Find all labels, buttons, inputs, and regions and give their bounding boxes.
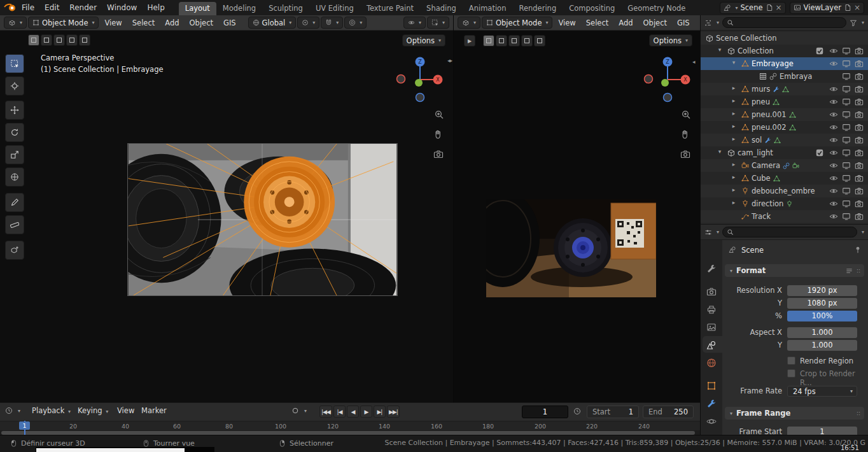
menu-playback[interactable]: Playback ▾ (32, 406, 71, 415)
disclosure-icon[interactable]: ▾ (730, 59, 738, 66)
timeline-editor-clock-icon[interactable] (5, 407, 13, 414)
proportional-editing-select[interactable]: ▾ (344, 17, 367, 29)
checkbox-icon[interactable] (815, 148, 824, 157)
output-tab-printer-icon[interactable] (706, 304, 717, 314)
tool-tab-wrench-icon[interactable] (706, 264, 717, 274)
playback-sync-button[interactable]: ▶ (464, 35, 475, 46)
eye-icon[interactable] (829, 199, 838, 208)
mode-select[interactable]: Object Mode▾ (28, 17, 99, 29)
tool-rotate-button[interactable] (5, 123, 24, 142)
prev-keyframe-button[interactable]: |◀ (333, 406, 346, 418)
select-mode-new-button[interactable] (28, 34, 39, 46)
sidebar-collapse-arrow-icon[interactable]: ◂ (692, 59, 695, 65)
resolution-percent-slider[interactable]: 100% (787, 311, 857, 321)
menu-add[interactable]: Add (160, 18, 183, 27)
menu-view[interactable]: View (100, 18, 126, 27)
tab-shading[interactable]: Shading (420, 2, 463, 15)
screen-icon[interactable] (842, 123, 851, 132)
pan-hand-icon[interactable] (680, 129, 690, 139)
eye-icon[interactable] (829, 110, 838, 119)
menu-object[interactable]: Object (185, 18, 218, 27)
screen-icon[interactable] (842, 212, 851, 221)
tool-annotate-button[interactable] (5, 193, 24, 212)
disclosure-icon[interactable]: ▸ (730, 187, 738, 193)
screen-icon[interactable] (842, 161, 851, 170)
select-mode-subtract-button[interactable] (508, 35, 520, 46)
menu-marker[interactable]: Marker (141, 406, 167, 415)
zoom-icon[interactable] (681, 109, 691, 120)
next-keyframe-button[interactable]: ▶| (374, 406, 386, 418)
navigation-gizmo[interactable]: Z X (396, 55, 444, 104)
tool-move-button[interactable] (5, 101, 24, 120)
properties-editor-icon[interactable] (704, 229, 712, 236)
outliner-row-sol[interactable]: ▸ sol (701, 134, 868, 146)
auto-keying-icon[interactable] (291, 407, 299, 414)
screen-icon[interactable] (842, 72, 851, 81)
physics-tab-orbit-icon[interactable] (706, 416, 717, 427)
use-preview-range-clock-icon[interactable] (573, 407, 581, 415)
tool-scale-button[interactable] (5, 145, 24, 164)
frame-start-field[interactable]: Start1 (587, 406, 639, 418)
tab-rendering[interactable]: Rendering (512, 2, 563, 15)
outliner-row-embrayage[interactable]: ▾ Embrayage (701, 57, 868, 70)
disclosure-icon[interactable]: ▾ (716, 148, 724, 155)
outliner-editor-icon[interactable] (704, 19, 712, 27)
camera-icon[interactable] (855, 161, 864, 170)
camera-icon[interactable] (855, 174, 864, 183)
view-layer-tab-icon[interactable] (706, 322, 717, 332)
eye-icon[interactable] (829, 187, 838, 195)
camera-icon[interactable] (855, 199, 864, 208)
tab-uv-editing[interactable]: UV Editing (309, 2, 360, 15)
outliner-row-pneu-002[interactable]: ▸ pneu.002 (701, 121, 868, 134)
menu-gis[interactable]: GIS (673, 18, 694, 27)
play-button[interactable]: ▶ (360, 406, 372, 418)
pan-hand-icon[interactable] (433, 129, 444, 139)
new-view-layer-icon[interactable] (844, 4, 851, 11)
menu-select[interactable]: Select (582, 18, 613, 27)
mode-select[interactable]: Object Mode▾ (482, 17, 552, 29)
render-tab-icon[interactable] (706, 286, 717, 297)
screen-icon[interactable] (842, 199, 851, 208)
disclosure-icon[interactable]: ▸ (730, 110, 738, 117)
eye-icon[interactable] (829, 136, 838, 145)
select-mode-intersect-button[interactable] (534, 35, 545, 46)
screen-icon[interactable] (842, 85, 851, 94)
frame-start-field[interactable]: 1 (787, 427, 857, 435)
editor-type-button[interactable]: ▾ (458, 17, 480, 29)
camera-icon[interactable] (855, 46, 864, 55)
resolution-x-field[interactable]: 1920 px (787, 285, 857, 296)
outliner-row-cube[interactable]: ▸ Cube (701, 172, 868, 185)
camera-icon[interactable] (855, 123, 864, 132)
jump-to-start-button[interactable]: |◀◀ (319, 406, 332, 418)
tool-transform-button[interactable] (5, 167, 24, 187)
disclosure-icon[interactable]: ▸ (730, 161, 738, 167)
menu-help[interactable]: Help (142, 0, 169, 15)
world-tab-globe-icon[interactable] (706, 358, 717, 368)
select-mode-invert-button[interactable] (521, 35, 533, 46)
disclosure-icon[interactable]: ▸ (730, 123, 738, 129)
tab-layout[interactable]: Layout (179, 2, 216, 15)
disclosure-icon[interactable]: ▸ (730, 97, 738, 104)
format-section-header[interactable]: ▾ Format :: (725, 264, 864, 277)
select-mode-intersect-button[interactable] (79, 34, 90, 46)
outliner-row-scene-collection[interactable]: Scene Collection (701, 32, 868, 45)
menu-add[interactable]: Add (614, 18, 637, 27)
viewport-left-canvas[interactable]: Options▾ Camera Perspective (1) Scene Co… (0, 31, 453, 402)
camera-icon[interactable] (855, 85, 864, 94)
menu-select[interactable]: Select (128, 18, 159, 27)
play-reverse-button[interactable]: ◀ (347, 406, 359, 418)
menu-file[interactable]: File (17, 0, 39, 15)
tab-animation[interactable]: Animation (463, 2, 513, 15)
viewport-join-arrows-icon[interactable]: ◂▸ (447, 57, 452, 64)
select-mode-invert-button[interactable] (66, 34, 78, 46)
outliner-row-collection[interactable]: ▾ Collection (701, 45, 868, 57)
tab-sculpting[interactable]: Sculpting (262, 2, 309, 15)
show-gizmo-select[interactable]: ▾ (403, 17, 426, 29)
tool-select-box-button[interactable] (5, 54, 24, 73)
camera-icon[interactable] (855, 187, 864, 195)
viewport-right-canvas[interactable]: ▶ Options▾ (454, 31, 700, 402)
menu-view[interactable]: View (554, 18, 580, 27)
view-layer-browse-icon[interactable] (794, 4, 801, 11)
aspect-y-field[interactable]: 1.000 (787, 340, 857, 351)
eye-icon[interactable] (829, 46, 838, 55)
